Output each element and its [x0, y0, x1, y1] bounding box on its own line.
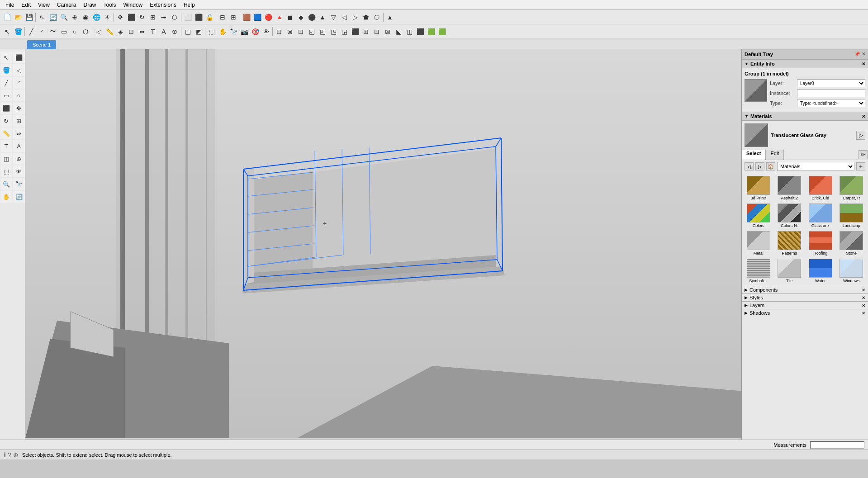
tb-style3[interactable]: 🔒	[204, 12, 215, 23]
menu-draw[interactable]: Draw	[80, 1, 100, 9]
material-sample-btn[interactable]: ▷	[856, 131, 865, 140]
tb2-circle[interactable]: ○	[69, 26, 80, 37]
lt-zoom[interactable]: 🔍	[0, 178, 12, 190]
lt-rect[interactable]: ▭	[0, 90, 12, 101]
tb-comp7[interactable]: ⚫	[306, 12, 317, 23]
lt-push[interactable]: ⬛	[0, 102, 12, 114]
mat-tab-select[interactable]: Select	[742, 150, 766, 160]
lt-select[interactable]: ↖	[0, 52, 12, 63]
tb2-tape[interactable]: 📏	[104, 26, 115, 37]
menu-file[interactable]: File	[2, 1, 18, 9]
tb2-pan[interactable]: ✋	[217, 26, 228, 37]
tb2-grid1[interactable]: ⊟	[274, 26, 285, 37]
lt-text[interactable]: T	[0, 140, 12, 152]
tray-pin-icon[interactable]: 📌	[854, 52, 860, 57]
tb2-export[interactable]: ⬛	[415, 26, 426, 37]
mat-grid-item[interactable]: 3d Printr	[744, 175, 773, 201]
tb-save[interactable]: 💾	[24, 12, 34, 23]
entity-type-select[interactable]: Type: <undefined>	[797, 99, 865, 107]
tb2-line[interactable]: ╱	[26, 26, 37, 37]
components-panel[interactable]: ▶ Components ✕	[742, 286, 868, 293]
mat-category-dropdown[interactable]: Materials	[777, 162, 854, 171]
measurements-input[interactable]	[810, 441, 864, 449]
lt-dim[interactable]: ⇔	[13, 128, 25, 139]
tb-comp13[interactable]: ⬡	[371, 12, 382, 23]
tb2-freehand[interactable]: 〜	[47, 26, 58, 37]
lt-text3d[interactable]: A	[13, 140, 25, 152]
lt-orbit[interactable]: 🔄	[13, 191, 25, 203]
mat-grid-item[interactable]: Landscap	[837, 203, 867, 229]
menu-camera[interactable]: Camera	[53, 1, 80, 9]
mat-grid-item[interactable]: Stone	[837, 230, 867, 256]
lt-erase[interactable]: ◁	[13, 64, 25, 76]
tb-comp3[interactable]: 🔴	[263, 12, 274, 23]
tb2-grid10[interactable]: ⊟	[371, 26, 382, 37]
mat-grid-item[interactable]: Glass anx	[806, 203, 835, 229]
tb2-polygon[interactable]: ⬡	[80, 26, 91, 37]
tb-open[interactable]: 📂	[13, 12, 24, 23]
tb-orbit2[interactable]: ◉	[80, 12, 91, 23]
tb-comp9[interactable]: ▽	[328, 12, 339, 23]
mat-fwd-btn[interactable]: ▷	[755, 162, 764, 170]
layers-panel[interactable]: ▶ Layers ✕	[742, 301, 868, 309]
tb2-g1[interactable]: 🟩	[426, 26, 436, 37]
mat-grid-item[interactable]: Brick, Cle	[806, 175, 835, 201]
tb-comp5[interactable]: ◼	[285, 12, 295, 23]
tb-cursor[interactable]: ↖	[37, 12, 47, 23]
tb2-grid4[interactable]: ◱	[306, 26, 317, 37]
mat-grid-item[interactable]: Roofing	[806, 230, 835, 256]
lt-component[interactable]: ⬛	[13, 52, 25, 63]
tb2-grid11[interactable]: ⊠	[382, 26, 393, 37]
entity-info-header[interactable]: ▼ Entity Info ✕	[742, 59, 868, 68]
tb2-section[interactable]: ◫	[182, 26, 193, 37]
tb-comp10[interactable]: ◁	[339, 12, 350, 23]
tb-s2[interactable]: ⊞	[228, 12, 239, 23]
mat-grid-item[interactable]: Asphalt 2	[775, 175, 805, 201]
menu-window[interactable]: Window	[120, 1, 147, 9]
tb2-arc[interactable]: ◜	[37, 26, 47, 37]
tb-offset[interactable]: ⬡	[169, 12, 180, 23]
tb2-dim[interactable]: ⇔	[137, 26, 147, 37]
entity-layer-select[interactable]: Layer0	[797, 79, 865, 87]
tb2-grid13[interactable]: ◫	[404, 26, 415, 37]
tb-comp6[interactable]: ◆	[295, 12, 306, 23]
tb2-zoom[interactable]: 🔭	[228, 26, 239, 37]
tb-comp4[interactable]: 🔺	[274, 12, 285, 23]
tb2-grid9[interactable]: ⊞	[360, 26, 371, 37]
tray-close-icon[interactable]: ✕	[862, 52, 865, 57]
materials-close[interactable]: ✕	[862, 114, 865, 119]
layers-close[interactable]: ✕	[862, 303, 865, 308]
material-edit-pencil[interactable]: ✏	[859, 150, 868, 159]
lt-scale[interactable]: ⊞	[13, 115, 25, 127]
menu-edit[interactable]: Edit	[18, 1, 34, 9]
tb-comp8[interactable]: ▲	[317, 12, 328, 23]
lt-zoom-out[interactable]: 🔭	[13, 178, 25, 190]
mat-grid-item[interactable]: Colors	[744, 203, 773, 229]
tb-comp11[interactable]: ▷	[350, 12, 360, 23]
entity-instance-input[interactable]	[797, 89, 865, 97]
components-close[interactable]: ✕	[862, 288, 865, 293]
tb2-erase[interactable]: ◁	[93, 26, 104, 37]
mat-grid-item[interactable]: Water	[806, 258, 835, 284]
materials-header[interactable]: ▼ Materials ✕	[742, 112, 868, 121]
tb-style1[interactable]: ⬜	[182, 12, 193, 23]
menu-extensions[interactable]: Extensions	[146, 1, 180, 9]
tb-comp12[interactable]: ⬟	[360, 12, 371, 23]
tb2-grid8[interactable]: ⬛	[350, 26, 360, 37]
tb-globe[interactable]: 🌐	[91, 12, 102, 23]
scene-tab[interactable]: Scene 1	[27, 40, 56, 49]
lt-walk[interactable]: ⬚	[0, 166, 12, 177]
lt-axes[interactable]: ⊕	[13, 153, 25, 165]
tb2-grid2[interactable]: ⊠	[285, 26, 295, 37]
tb-comp1[interactable]: 🟫	[241, 12, 252, 23]
tb2-text2[interactable]: A	[158, 26, 169, 37]
tb-push[interactable]: ⬛	[126, 12, 137, 23]
tb-sun[interactable]: ☀	[102, 12, 113, 23]
tb-zoom-ext[interactable]: ⊕	[69, 12, 80, 23]
mat-grid-item[interactable]: Patterns	[775, 230, 805, 256]
tb2-grid7[interactable]: ◲	[339, 26, 350, 37]
mat-grid-item[interactable]: Windows	[837, 258, 867, 284]
mat-home-btn[interactable]: 🏠	[766, 162, 775, 170]
tb2-select[interactable]: ↖	[2, 26, 13, 37]
menu-help[interactable]: Help	[180, 1, 199, 9]
